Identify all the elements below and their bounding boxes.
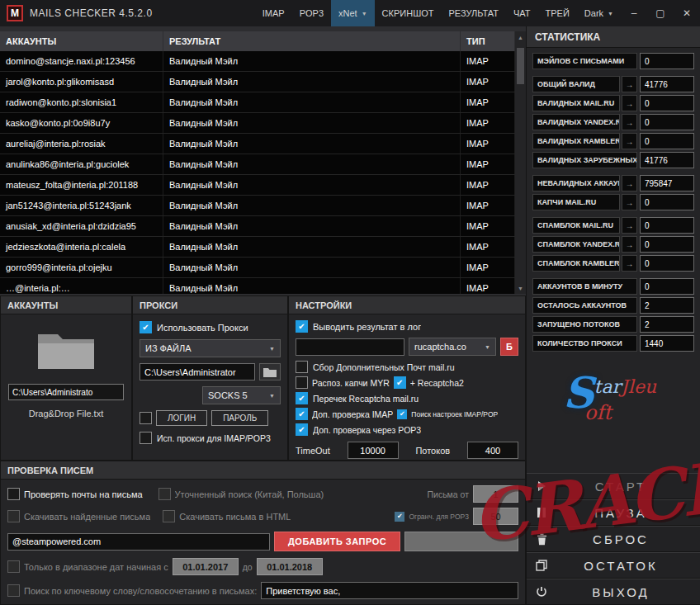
folder-icon[interactable] [35,326,97,376]
stat-label: ОБЩИЙ ВАЛИД [532,76,620,92]
stat-value: 0 [640,236,694,253]
export-icon[interactable]: → [622,175,637,191]
table-row[interactable]: anulinka86@interia.pl:guciolekВалидный М… [0,154,515,175]
browse-folder-icon[interactable] [259,363,281,380]
accounts-table-body: domino@stancje.naxi.pl:123456Валидный Мэ… [0,51,526,294]
table-cell-type: IMAP [461,258,515,277]
keyword-input[interactable] [261,582,518,599]
table-row[interactable]: domino@stancje.naxi.pl:123456Валидный Мэ… [0,51,515,72]
stat-row: СПАМБЛОК RAMBLER.RU→0 [532,255,694,272]
menu-tray[interactable]: ТРЕЙ [538,0,577,26]
proxy-panel-title: ПРОКСИ [133,296,287,314]
download-found-checkbox[interactable] [7,510,20,522]
export-icon[interactable]: → [622,255,637,272]
accounts-path[interactable]: C:\Users\Administrato [8,384,124,400]
start-button[interactable]: СТАРТ [527,473,700,499]
extra-pop3-checkbox[interactable] [296,423,308,436]
collect-extra-checkbox[interactable] [296,361,308,373]
mails-checker-window: M MAILS CHECKER 4.5.2.0 IMAP POP3 xNet ▼… [0,0,700,605]
table-row[interactable]: radiwon@konto.pl:slonisia1Валидный МэйлI… [0,92,515,113]
password-button[interactable]: ПАРОЛЬ [211,410,268,426]
scrollbar-thumb[interactable] [517,48,524,84]
accounts-table: АККАУНТЫ РЕЗУЛЬТАТ ТИП domino@stancje.na… [0,31,526,294]
date-to-input[interactable] [257,558,323,575]
table-cell-result: Валидный Мэйл [163,92,461,112]
column-header-result[interactable]: РЕЗУЛЬТАТ [163,31,461,51]
column-header-type[interactable]: ТИП [461,31,515,51]
export-icon[interactable]: → [622,194,637,210]
maximize-button[interactable]: ▢ [647,0,674,26]
exit-button[interactable]: ВЫХОД [527,579,700,605]
query-input[interactable] [7,533,270,551]
table-row[interactable]: jarol@konto.pl:glikomisasdВалидный МэйлI… [0,72,515,92]
recaptcha2-checkbox[interactable] [394,376,406,389]
pop3-limit-input[interactable] [473,508,518,525]
pop3-limit-checkbox[interactable] [395,512,404,522]
pause-button[interactable]: ПАУЗА [527,499,700,526]
table-row[interactable]: kasko@konto.pl:0o9i8u7yВалидный МэйлIMAP [0,113,515,134]
menu-screenshot[interactable]: СКРИНШОТ [375,0,442,26]
table-scrollbar[interactable]: ▲ ▼ [515,31,526,294]
date-from-input[interactable] [173,558,239,575]
table-row[interactable]: jan51243@interia.pl:51243jankВалидный Мэ… [0,196,515,216]
export-icon[interactable]: → [622,133,637,149]
export-icon[interactable]: → [622,236,637,253]
menu-chat[interactable]: ЧАТ [506,0,538,26]
proxy-path-input[interactable] [140,363,255,380]
menu-xnet-dropdown[interactable]: xNet ▼ [331,0,375,26]
table-cell-type: IMAP [461,51,515,71]
add-query-button[interactable]: ДОБАВИТЬ ЗАПРОС [274,532,400,551]
menu-pop3[interactable]: POP3 [292,0,331,26]
table-row[interactable]: anusiak_xd@interia.pl:dzidzia95Валидный … [0,216,515,237]
column-header-accounts[interactable]: АККАУНТЫ [0,31,163,51]
scroll-up-icon[interactable]: ▲ [515,31,526,43]
balance-button[interactable]: Б [500,338,518,356]
use-proxy-checkbox[interactable] [140,321,152,333]
minimize-button[interactable]: – [621,0,647,26]
recheck-recaptcha-checkbox[interactable] [296,392,308,404]
window-controls: – ▢ ✕ [621,0,700,26]
extra-imap-label: Доп. проверка IMAP [312,409,393,419]
captcha-key-input[interactable] [296,338,404,356]
scroll-down-icon[interactable]: ▼ [515,282,526,294]
table-row[interactable]: jedzieszkota@interia.pl:calelaВалидный М… [0,237,515,258]
threads-input[interactable] [467,442,518,459]
proxy-panel-body: Использовать Прокси ИЗ ФАЙЛА ▼ SOCKS 5 ▼ [133,314,287,456]
proxy-auth-checkbox[interactable] [140,412,152,424]
reset-button[interactable]: СБРОС [527,526,700,552]
menu-result[interactable]: РЕЗУЛЬТАТ [442,0,506,26]
menu-imap[interactable]: IMAP [255,0,292,26]
login-button[interactable]: ЛОГИН [156,410,207,426]
export-icon[interactable]: → [622,114,637,130]
action-buttons: СТАРТ ПАУЗА СБРОС ОСТАТОК [527,473,700,605]
menu-theme-dropdown[interactable]: Dark ▼ [577,0,621,26]
captcha-service-select[interactable]: rucaptcha.co ▼ [409,338,496,356]
timeout-input[interactable] [348,442,399,459]
table-row[interactable]: gorro999@interia.pl:ojejkuВалидный МэйлI… [0,258,515,278]
export-icon[interactable]: → [622,217,637,234]
table-row[interactable]: mateusz_folta@interia.pl:201188Валидный … [0,175,515,196]
proxy-source-select[interactable]: ИЗ ФАЙЛА ▼ [140,339,281,357]
refined-search-checkbox[interactable] [158,488,171,500]
extra-imap-checkbox[interactable] [296,408,308,420]
export-icon[interactable]: → [622,95,637,111]
recognize-captcha-checkbox[interactable] [296,376,308,389]
keyword-search-checkbox[interactable] [7,584,20,597]
log-result-checkbox[interactable] [296,320,308,333]
letters-from-input[interactable] [473,485,518,503]
table-cell-result: Валидный Мэйл [163,278,461,294]
close-button[interactable]: ✕ [674,0,700,26]
date-range-checkbox[interactable] [7,560,20,573]
export-icon[interactable]: → [622,76,637,92]
table-row[interactable]: aureliaj@interia.pl:rosiakВалидный МэйлI… [0,134,515,154]
titlebar-menu: IMAP POP3 xNet ▼ СКРИНШОТ РЕЗУЛЬТАТ ЧАТ … [255,0,621,26]
download-html-checkbox[interactable] [163,510,175,522]
imap-pop-search-checkbox[interactable] [397,409,407,419]
proxy-protocol-select[interactable]: SOCKS 5 ▼ [202,386,281,404]
chevron-down-icon: ▼ [608,11,613,17]
check-mail-checkbox[interactable] [7,488,20,500]
proxy-for-imap-checkbox[interactable] [140,432,152,444]
table-row[interactable]: …@interia.pl:…Валидный МэйлIMAP [0,278,515,294]
download-found-label: Скачивать найденные письма [24,512,150,522]
remainder-button[interactable]: ОСТАТОК [527,552,700,579]
